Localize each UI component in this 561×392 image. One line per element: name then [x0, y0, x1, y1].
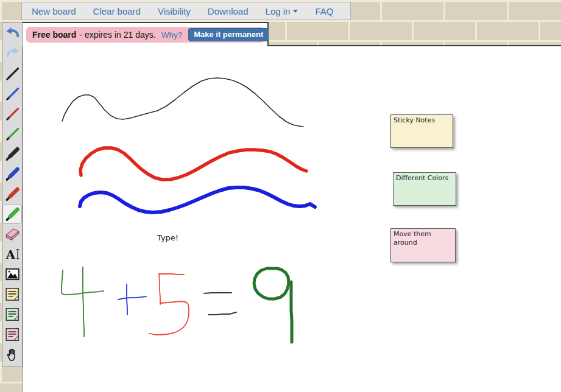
sticky-note-yellow[interactable]: Sticky Notes	[390, 114, 453, 148]
sticky-note-green[interactable]: Different Colors	[393, 172, 456, 206]
tool-undo[interactable]	[2, 23, 22, 43]
tool-note-yellow[interactable]	[2, 284, 22, 304]
nav-item-label: Log in	[266, 6, 291, 16]
sticky-note-label: Different Colors	[396, 174, 448, 182]
nav-item-login[interactable]: Log in	[266, 6, 298, 16]
eraser-icon	[4, 226, 21, 242]
tool-crayon-red[interactable]	[2, 184, 22, 204]
undo-icon	[4, 25, 21, 41]
tool-crayon-blue[interactable]	[2, 164, 22, 184]
sticky-note-label: Move them around	[393, 230, 431, 247]
nav-item-label: Clear board	[93, 6, 141, 16]
nav-item-label: Visibility	[158, 6, 191, 16]
notice-title: Free board	[32, 30, 76, 40]
nav-item-label: New board	[32, 6, 76, 16]
tool-crayon-green[interactable]	[2, 204, 22, 224]
brick-background: { "navbar": { "link_color": "#3b73b0", "…	[0, 0, 561, 392]
sticky-note-pink[interactable]: Move them around	[390, 228, 456, 262]
top-navbar: New boardClear boardVisibilityDownloadLo…	[21, 2, 351, 20]
nav-list: New boardClear boardVisibilityDownloadLo…	[22, 2, 350, 19]
free-board-notice: Free board - expires in 21 days. Why? Ma…	[26, 27, 264, 43]
crayon-blue-icon	[4, 166, 21, 182]
tool-palette: A	[2, 22, 23, 366]
sticky-note-label: Sticky Notes	[393, 116, 435, 124]
hand-icon	[4, 346, 21, 363]
nav-item-clear-board[interactable]: Clear board	[93, 6, 141, 16]
tool-text[interactable]: A	[2, 244, 22, 264]
tool-redo[interactable]	[2, 43, 22, 63]
tool-pen-red[interactable]	[2, 103, 22, 124]
nav-item-faq[interactable]: FAQ	[315, 6, 333, 16]
nav-item-label: FAQ	[315, 6, 333, 16]
nav-item-new-board[interactable]: New board	[32, 6, 76, 16]
whiteboard-canvas[interactable]	[23, 46, 561, 392]
nav-item-visibility[interactable]: Visibility	[158, 6, 191, 16]
tool-note-green[interactable]	[2, 304, 22, 324]
nav-item-label: Download	[208, 6, 249, 16]
pen-black-icon	[4, 65, 21, 82]
pen-red-icon	[4, 105, 21, 122]
note-yellow-icon	[4, 286, 21, 303]
redo-icon	[4, 45, 21, 61]
tool-crayon-black[interactable]	[2, 144, 22, 164]
tool-note-pink[interactable]	[2, 324, 22, 345]
caret-down-icon	[293, 10, 298, 13]
crayon-green-icon	[4, 206, 21, 222]
canvas-typed-text: Type!	[157, 233, 178, 242]
tool-hand[interactable]	[2, 345, 22, 365]
note-pink-icon	[4, 326, 21, 343]
tool-eraser[interactable]	[2, 224, 22, 244]
why-link[interactable]: Why?	[161, 30, 183, 40]
crayon-black-icon	[4, 145, 21, 162]
tool-pen-black[interactable]	[2, 63, 22, 83]
tool-pen-blue[interactable]	[2, 83, 22, 103]
nav-item-download[interactable]: Download	[208, 6, 249, 16]
notice-message: - expires in 21 days.	[79, 30, 155, 40]
pen-green-icon	[4, 125, 21, 142]
tool-pen-green[interactable]	[2, 124, 22, 144]
text-icon: A	[4, 246, 21, 262]
note-green-icon	[4, 306, 21, 323]
svg-text:A: A	[5, 248, 15, 262]
image-icon	[4, 266, 21, 282]
pen-blue-icon	[4, 85, 21, 102]
notice-panel: Free board - expires in 21 days. Why? Ma…	[23, 22, 269, 46]
tool-image[interactable]	[2, 264, 22, 284]
notice-row: Free board - expires in 21 days. Why? Ma…	[23, 22, 561, 46]
make-permanent-button[interactable]: Make it permanent	[188, 28, 269, 41]
crayon-red-icon	[4, 186, 21, 202]
notice-row-spacer	[269, 22, 561, 46]
